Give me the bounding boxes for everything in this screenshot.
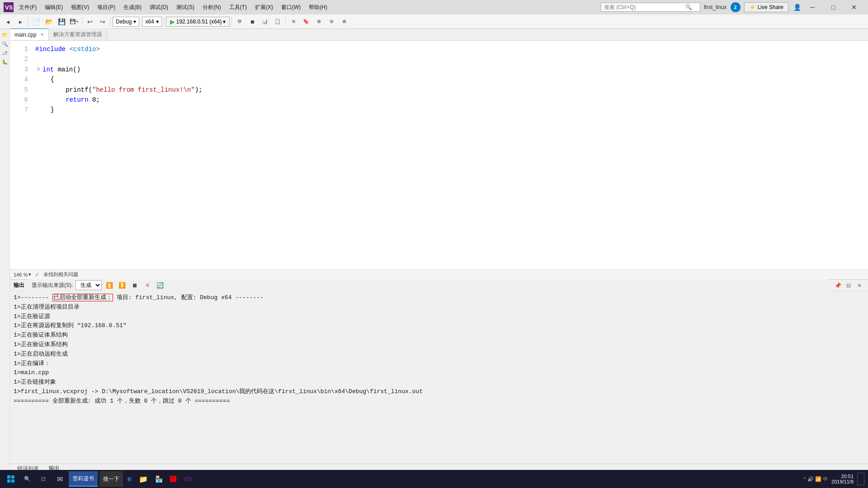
toolbar-open-btn[interactable]: 📂	[43, 16, 55, 28]
menu-view[interactable]: 视图(V)	[67, 2, 93, 13]
toolbar-btn-12[interactable]: ⊕	[313, 16, 325, 28]
toolbar-btn-6[interactable]: ⚙	[234, 16, 245, 28]
printf-name: printf	[66, 85, 88, 95]
user-icon[interactable]: 👤	[792, 2, 802, 12]
output-float-btn[interactable]: ⊟	[844, 281, 854, 291]
svg-rect-3	[11, 475, 14, 479]
taskbar-app-search[interactable]: 搜一下	[99, 471, 123, 487]
config-dropdown[interactable]: Debug ▾	[113, 17, 139, 27]
system-tray: ^ 🔊 📶 中 20:51 2019/11/8	[804, 473, 864, 485]
menu-window[interactable]: 窗口(W)	[278, 2, 304, 13]
notification-badge[interactable]: 2	[731, 2, 741, 12]
run-arrow-icon: ▾	[223, 19, 226, 25]
vs-logo-icon: VS	[4, 2, 14, 12]
arch-dropdown[interactable]: x64 ▾	[142, 17, 161, 27]
toolbar-btn-13[interactable]: ⊖	[326, 16, 337, 28]
menu-bar: 文件(F) 编辑(E) 视图(V) 项目(P) 生成(B) 调试(D) 测试(S…	[15, 2, 601, 13]
live-share-button[interactable]: ⚡ Live Share	[744, 2, 788, 12]
taskbar-ie-icon[interactable]: e	[125, 471, 134, 487]
zoom-control[interactable]: 146 % ▾	[14, 272, 31, 277]
taskbar-clock[interactable]: 20:51 2019/11/8	[831, 474, 854, 484]
taskbar-logo-icon[interactable]: 🅿	[167, 471, 179, 487]
sidebar-icon-3[interactable]: ⎇	[1, 49, 9, 57]
code-editor[interactable]: 1 2 3 4 5 6 7 #include <cstdio>	[10, 41, 868, 269]
svg-rect-5	[11, 479, 14, 483]
output-toolbar: 显示输出来源(S): 生成 ⏫ ⏬ ⏹ ≡ 🔄	[28, 279, 829, 292]
sidebar-icon-2[interactable]: 🔍	[1, 40, 9, 48]
tab-main-cpp-close[interactable]: ✕	[40, 32, 44, 37]
search-box[interactable]: 🔍	[601, 3, 700, 12]
menu-test[interactable]: 测试(S)	[173, 2, 198, 13]
taskbar-vs-icon[interactable]: VS	[181, 471, 195, 487]
taskbar-app-snow[interactable]: 雪莉遗书	[69, 471, 98, 487]
indent-5	[35, 85, 66, 95]
output-btn-4[interactable]: ≡	[142, 280, 152, 290]
taskbar-date: 2019/11/8	[831, 479, 854, 484]
fold-icon[interactable]: ⊟	[35, 66, 42, 73]
windows-taskbar: 🔍 ⊡ ✉ 雪莉遗书 搜一下 e 📁 🏪 🅿 VS ^ 🔊 📶 中 20:51 …	[0, 470, 868, 488]
tab-main-cpp[interactable]: main.cpp ✕	[10, 28, 49, 40]
space-2	[54, 65, 57, 75]
tab-solution-explorer[interactable]: 解决方案资源管理器	[49, 28, 107, 40]
play-icon: ▶	[170, 18, 175, 25]
menu-file[interactable]: 文件(F)	[15, 2, 40, 13]
line-numbers: 1 2 3 4 5 6 7	[10, 41, 32, 269]
output-pin-btn[interactable]: 📌	[833, 281, 843, 291]
show-desktop-btn[interactable]	[857, 473, 864, 485]
toolbar-back-btn[interactable]: ◂	[2, 16, 14, 28]
toolbar-sep-5	[231, 17, 232, 26]
status-text: 未找到相关问题	[43, 271, 78, 278]
toolbar-btn-8[interactable]: 📊	[259, 16, 271, 28]
output-close-btn[interactable]: ✕	[854, 281, 864, 291]
run-button[interactable]: ▶ 192.168.0.51 (x64) ▾	[166, 17, 230, 27]
code-content[interactable]: #include <cstdio> ⊟ int main ()	[32, 41, 868, 269]
output-source-select[interactable]: 生成	[75, 280, 102, 290]
output-btn-2[interactable]: ⏬	[117, 280, 127, 290]
func-name: main	[58, 65, 73, 75]
line-num-4: 4	[10, 75, 28, 84]
menu-build[interactable]: 生成(B)	[120, 2, 145, 13]
toolbar-btn-7[interactable]: ⏹	[246, 16, 258, 28]
taskbar-store-icon[interactable]: 🏪	[152, 471, 165, 487]
toolbar-save-btn[interactable]: 💾	[56, 16, 67, 28]
output-btn-5[interactable]: 🔄	[155, 280, 165, 290]
close-button[interactable]: ✕	[844, 0, 864, 14]
search-input[interactable]	[604, 4, 685, 10]
string-literal: "hello from first_linux!\n"	[92, 85, 195, 95]
taskbar-mail-icon[interactable]: ✉	[52, 472, 67, 486]
toolbar-redo-btn[interactable]: ↪	[97, 16, 108, 28]
toolbar-btn-11[interactable]: 🔖	[300, 16, 312, 28]
sidebar-icon-4[interactable]: 🐛	[1, 58, 9, 66]
output-btn-3[interactable]: ⏹	[130, 280, 140, 290]
menu-extensions[interactable]: 扩展(X)	[251, 2, 277, 13]
live-share-label: Live Share	[758, 4, 783, 10]
toolbar-btn-14[interactable]: ⊗	[338, 16, 350, 28]
menu-debug[interactable]: 调试(D)	[146, 2, 172, 13]
start-button[interactable]	[4, 472, 18, 486]
menu-tools[interactable]: 工具(T)	[226, 2, 250, 13]
toolbar-new-btn[interactable]: 📄	[30, 16, 42, 28]
code-line-4: {	[35, 75, 864, 84]
output-line-12: ========== 全部重新生成: 成功 1 个，失败 0 个，跳过 0 个 …	[14, 397, 864, 406]
restore-button[interactable]: □	[823, 0, 844, 14]
toolbar-forward-btn[interactable]: ▸	[14, 16, 26, 28]
menu-project[interactable]: 项目(P)	[94, 2, 119, 13]
toolbar-undo-btn[interactable]: ↩	[84, 16, 96, 28]
taskbar-folder-icon[interactable]: 📁	[136, 471, 151, 487]
menu-edit[interactable]: 编辑(E)	[41, 2, 66, 13]
printf-paren-close: );	[195, 85, 203, 95]
taskbar-task-view-icon[interactable]: ⊡	[36, 472, 51, 486]
toolbar-btn-10[interactable]: ≡	[288, 16, 299, 28]
output-controls: 📌 ⊟ ✕	[833, 281, 864, 291]
taskbar-search-icon[interactable]: 🔍	[20, 472, 34, 486]
output-btn-1[interactable]: ⏫	[104, 280, 114, 290]
zoom-dropdown-icon[interactable]: ▾	[28, 272, 31, 277]
menu-analyze[interactable]: 分析(N)	[199, 2, 225, 13]
output-line-11: 1>first_linux.vcxproj -> D:\Mysoftware_l…	[14, 387, 864, 397]
toolbar-saveall-btn[interactable]: 💾+	[68, 16, 80, 28]
sidebar-icon-1[interactable]: 📁	[1, 31, 9, 39]
menu-help[interactable]: 帮助(H)	[305, 2, 331, 13]
toolbar-btn-9[interactable]: 📋	[272, 16, 283, 28]
minimize-button[interactable]: ─	[802, 0, 823, 14]
code-line-3: ⊟ int main ()	[35, 65, 864, 75]
